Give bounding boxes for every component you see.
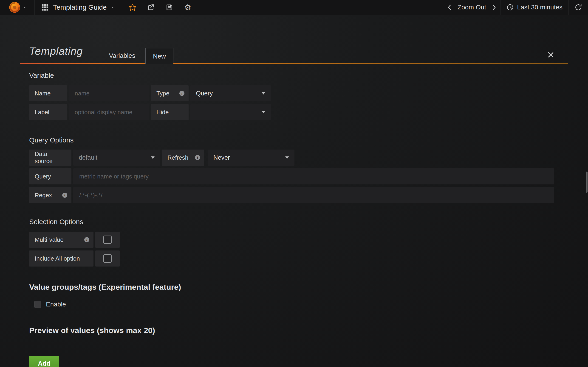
variable-section: Variable Name Type i Query Label Hide [29,72,554,120]
chevron-down-icon [262,111,265,113]
chevron-down-icon [23,7,26,8]
dashboard-grid-icon [42,4,48,11]
navbar: Templating Guide [0,0,588,15]
datasource-select-value: default [79,154,97,161]
info-icon[interactable]: i [62,193,67,198]
name-label: Name [29,85,67,101]
regex-label-text: Regex [35,192,52,199]
enable-checkbox[interactable] [35,301,41,308]
share-button[interactable] [142,0,160,15]
include-all-checkbox[interactable] [103,254,112,263]
query-options-section: Query Options Data source default Refres… [29,136,554,203]
close-button[interactable] [547,51,554,58]
refresh-select[interactable]: Never [208,150,294,166]
form-row: Multi-value i [29,232,554,248]
save-button[interactable] [160,0,179,15]
datasource-label: Data source [29,150,71,166]
label-input[interactable] [69,104,149,120]
refresh-label-text: Refresh [167,154,188,161]
time-shift-back-button[interactable] [443,0,456,15]
scrollbar-thumb[interactable] [586,172,588,193]
hide-select[interactable] [190,104,271,120]
form-row: Data source default Refresh i Never [29,150,554,166]
refresh-button[interactable] [569,0,588,15]
refresh-icon [574,3,582,11]
enable-label: Enable [46,301,66,308]
variable-heading: Variable [29,72,554,79]
multi-value-checkbox-panel [95,232,120,248]
zoom-out-label: Zoom Out [458,4,486,11]
form-row: Label Hide [29,104,554,120]
regex-label: Regex i [29,187,71,203]
info-icon[interactable]: i [179,91,184,96]
time-shift-forward-button[interactable] [488,0,500,15]
chevron-down-icon [285,156,289,159]
tab-variables[interactable]: Variables [101,48,143,64]
tab-new[interactable]: New [145,48,173,64]
datasource-select[interactable]: default [73,150,160,166]
multi-value-label: Multi-value i [29,232,94,248]
time-range-label: Last 30 minutes [517,4,562,11]
grafana-logo-icon [9,1,21,14]
star-button[interactable] [123,0,142,15]
name-input[interactable] [69,85,149,101]
grafana-logo-menu[interactable] [0,0,35,15]
info-icon[interactable]: i [195,155,200,160]
hide-label: Hide [151,104,189,120]
enable-row: Enable [29,301,554,308]
type-label: Type i [151,85,189,101]
navbar-right: Zoom Out Last 30 minutes [443,0,588,15]
info-icon[interactable]: i [84,237,89,242]
chevron-down-icon [111,7,114,8]
gear-icon: ⚙ [184,3,191,11]
multi-value-label-text: Multi-value [35,236,64,243]
query-label: Query [29,168,71,184]
page-header: Templating Variables New [20,15,568,64]
regex-input[interactable] [73,187,554,203]
settings-button[interactable]: ⚙ [179,0,197,15]
chevron-left-icon [447,4,452,11]
navbar-actions: ⚙ [121,0,197,15]
chevron-down-icon [262,92,265,94]
preview-heading: Preview of values (shows max 20) [29,326,554,335]
type-label-text: Type [156,90,169,97]
chevron-right-icon [492,4,497,11]
refresh-select-value: Never [213,154,230,161]
share-icon [147,3,155,11]
type-select-value: Query [196,90,213,97]
value-groups-section: Value groups/tags (Experimental feature)… [29,283,554,308]
multi-value-checkbox[interactable] [103,236,112,244]
form-row: Name Type i Query [29,85,554,101]
form-row: Regex i [29,187,554,203]
tab-bar: Variables New [101,48,173,64]
form-row: Query [29,168,554,184]
dashboard-picker[interactable]: Templating Guide [35,0,121,15]
page-title: Templating [29,45,83,57]
close-icon [547,51,554,58]
time-range-picker[interactable]: Last 30 minutes [501,0,569,15]
dashboard-title: Templating Guide [53,3,107,11]
label-label: Label [29,104,67,120]
selection-options-section: Selection Options Multi-value i Include … [29,218,554,267]
value-groups-heading: Value groups/tags (Experimental feature) [29,283,554,292]
templating-editor: Templating Variables New Variable Name T… [0,15,588,367]
include-all-checkbox-panel [95,250,120,267]
save-icon [165,3,173,11]
chevron-down-icon [151,156,155,159]
star-icon [128,3,137,11]
query-input[interactable] [73,168,554,184]
clock-icon [506,4,514,11]
add-button[interactable]: Add [29,356,59,367]
selection-options-heading: Selection Options [29,218,554,226]
type-select[interactable]: Query [190,85,271,101]
form-row: Include All option [29,250,554,267]
include-all-label: Include All option [29,250,94,267]
query-options-heading: Query Options [29,136,554,144]
zoom-out-button[interactable]: Zoom Out [456,4,488,11]
refresh-label: Refresh i [162,150,204,166]
